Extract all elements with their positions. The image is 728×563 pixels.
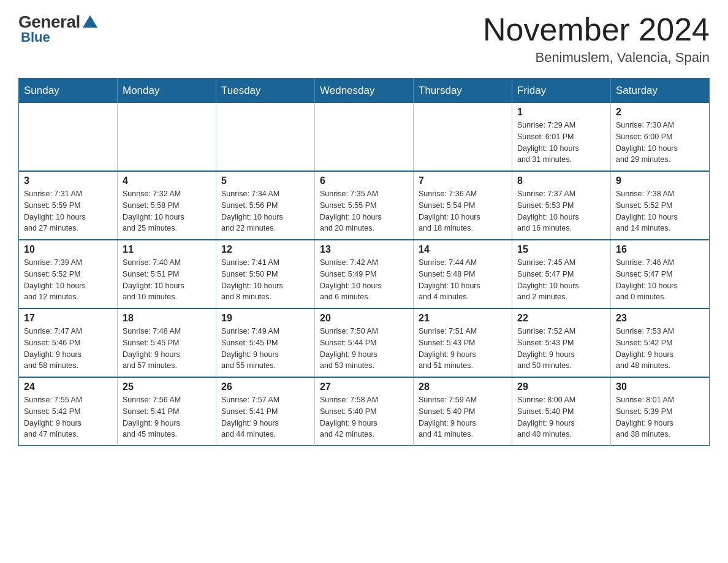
title-section: November 2024 Benimuslem, Valencia, Spai… bbox=[483, 12, 710, 66]
calendar-cell bbox=[315, 103, 414, 171]
calendar-header-saturday: Saturday bbox=[611, 79, 710, 104]
day-info: Sunrise: 7:38 AM Sunset: 5:52 PM Dayligh… bbox=[616, 188, 704, 234]
calendar-cell: 18Sunrise: 7:48 AM Sunset: 5:45 PM Dayli… bbox=[118, 308, 216, 377]
calendar-cell: 30Sunrise: 8:01 AM Sunset: 5:39 PM Dayli… bbox=[611, 377, 710, 446]
calendar-header-tuesday: Tuesday bbox=[216, 79, 315, 104]
calendar-header-sunday: Sunday bbox=[19, 79, 118, 104]
calendar-cell: 25Sunrise: 7:56 AM Sunset: 5:41 PM Dayli… bbox=[118, 377, 216, 446]
calendar-cell: 21Sunrise: 7:51 AM Sunset: 5:43 PM Dayli… bbox=[414, 308, 512, 377]
day-number: 28 bbox=[419, 381, 507, 393]
page-header: General Blue November 2024 Benimuslem, V… bbox=[18, 12, 710, 66]
calendar-cell: 17Sunrise: 7:47 AM Sunset: 5:46 PM Dayli… bbox=[19, 308, 118, 377]
day-number: 14 bbox=[419, 244, 507, 255]
day-number: 1 bbox=[517, 107, 605, 118]
day-info: Sunrise: 7:53 AM Sunset: 5:42 PM Dayligh… bbox=[616, 326, 704, 372]
calendar-cell: 9Sunrise: 7:38 AM Sunset: 5:52 PM Daylig… bbox=[611, 171, 710, 240]
day-info: Sunrise: 7:52 AM Sunset: 5:43 PM Dayligh… bbox=[517, 326, 605, 372]
calendar-cell: 12Sunrise: 7:41 AM Sunset: 5:50 PM Dayli… bbox=[216, 240, 315, 308]
day-info: Sunrise: 7:47 AM Sunset: 5:46 PM Dayligh… bbox=[24, 326, 112, 372]
calendar-header-thursday: Thursday bbox=[414, 79, 512, 104]
calendar-cell: 5Sunrise: 7:34 AM Sunset: 5:56 PM Daylig… bbox=[216, 171, 315, 240]
logo-triangle-icon bbox=[83, 15, 97, 28]
day-number: 8 bbox=[517, 175, 605, 186]
day-info: Sunrise: 7:39 AM Sunset: 5:52 PM Dayligh… bbox=[24, 257, 112, 303]
calendar-week-row: 24Sunrise: 7:55 AM Sunset: 5:42 PM Dayli… bbox=[19, 377, 710, 446]
day-number: 18 bbox=[123, 313, 211, 324]
day-number: 30 bbox=[616, 381, 704, 393]
day-number: 12 bbox=[221, 244, 309, 255]
day-number: 29 bbox=[517, 381, 605, 393]
day-info: Sunrise: 7:32 AM Sunset: 5:58 PM Dayligh… bbox=[123, 188, 211, 234]
day-info: Sunrise: 7:35 AM Sunset: 5:55 PM Dayligh… bbox=[320, 188, 408, 234]
calendar-cell: 4Sunrise: 7:32 AM Sunset: 5:58 PM Daylig… bbox=[118, 171, 216, 240]
day-info: Sunrise: 7:45 AM Sunset: 5:47 PM Dayligh… bbox=[517, 257, 605, 303]
calendar-cell: 29Sunrise: 8:00 AM Sunset: 5:40 PM Dayli… bbox=[512, 377, 611, 446]
day-info: Sunrise: 7:48 AM Sunset: 5:45 PM Dayligh… bbox=[123, 326, 211, 372]
day-info: Sunrise: 7:37 AM Sunset: 5:53 PM Dayligh… bbox=[517, 188, 605, 234]
day-number: 4 bbox=[123, 175, 211, 186]
day-info: Sunrise: 7:58 AM Sunset: 5:40 PM Dayligh… bbox=[320, 394, 408, 440]
day-number: 7 bbox=[419, 175, 507, 186]
calendar-cell: 22Sunrise: 7:52 AM Sunset: 5:43 PM Dayli… bbox=[512, 308, 611, 377]
day-info: Sunrise: 7:44 AM Sunset: 5:48 PM Dayligh… bbox=[419, 257, 507, 303]
day-info: Sunrise: 7:40 AM Sunset: 5:51 PM Dayligh… bbox=[123, 257, 211, 303]
calendar-header-wednesday: Wednesday bbox=[315, 79, 414, 104]
calendar-cell: 16Sunrise: 7:46 AM Sunset: 5:47 PM Dayli… bbox=[611, 240, 710, 308]
calendar-cell: 13Sunrise: 7:42 AM Sunset: 5:49 PM Dayli… bbox=[315, 240, 414, 308]
calendar-cell bbox=[19, 103, 118, 171]
calendar-week-row: 10Sunrise: 7:39 AM Sunset: 5:52 PM Dayli… bbox=[19, 240, 710, 308]
calendar-cell: 23Sunrise: 7:53 AM Sunset: 5:42 PM Dayli… bbox=[611, 308, 710, 377]
day-info: Sunrise: 7:59 AM Sunset: 5:40 PM Dayligh… bbox=[419, 394, 507, 440]
day-info: Sunrise: 7:30 AM Sunset: 6:00 PM Dayligh… bbox=[616, 120, 704, 166]
day-number: 26 bbox=[221, 381, 309, 393]
day-number: 13 bbox=[320, 244, 408, 255]
calendar-cell: 28Sunrise: 7:59 AM Sunset: 5:40 PM Dayli… bbox=[414, 377, 512, 446]
day-number: 22 bbox=[517, 313, 605, 324]
calendar-cell: 14Sunrise: 7:44 AM Sunset: 5:48 PM Dayli… bbox=[414, 240, 512, 308]
day-info: Sunrise: 7:34 AM Sunset: 5:56 PM Dayligh… bbox=[221, 188, 309, 234]
logo-blue-text: Blue bbox=[21, 29, 50, 45]
calendar-cell: 15Sunrise: 7:45 AM Sunset: 5:47 PM Dayli… bbox=[512, 240, 611, 308]
day-number: 3 bbox=[24, 175, 112, 186]
calendar-cell: 20Sunrise: 7:50 AM Sunset: 5:44 PM Dayli… bbox=[315, 308, 414, 377]
day-info: Sunrise: 7:49 AM Sunset: 5:45 PM Dayligh… bbox=[221, 326, 309, 372]
calendar-cell bbox=[414, 103, 512, 171]
day-info: Sunrise: 7:42 AM Sunset: 5:49 PM Dayligh… bbox=[320, 257, 408, 303]
calendar-cell bbox=[118, 103, 216, 171]
day-number: 17 bbox=[24, 313, 112, 324]
calendar-cell: 8Sunrise: 7:37 AM Sunset: 5:53 PM Daylig… bbox=[512, 171, 611, 240]
calendar-cell: 10Sunrise: 7:39 AM Sunset: 5:52 PM Dayli… bbox=[19, 240, 118, 308]
calendar-week-row: 1Sunrise: 7:29 AM Sunset: 6:01 PM Daylig… bbox=[19, 103, 710, 171]
day-number: 6 bbox=[320, 175, 408, 186]
day-number: 10 bbox=[24, 244, 112, 255]
calendar-header-monday: Monday bbox=[118, 79, 216, 104]
calendar-week-row: 17Sunrise: 7:47 AM Sunset: 5:46 PM Dayli… bbox=[19, 308, 710, 377]
logo: General Blue bbox=[18, 12, 97, 45]
day-number: 21 bbox=[419, 313, 507, 324]
calendar-cell bbox=[216, 103, 315, 171]
calendar-header-row: SundayMondayTuesdayWednesdayThursdayFrid… bbox=[19, 79, 710, 104]
calendar-cell: 2Sunrise: 7:30 AM Sunset: 6:00 PM Daylig… bbox=[611, 103, 710, 171]
calendar-cell: 7Sunrise: 7:36 AM Sunset: 5:54 PM Daylig… bbox=[414, 171, 512, 240]
calendar-cell: 11Sunrise: 7:40 AM Sunset: 5:51 PM Dayli… bbox=[118, 240, 216, 308]
day-info: Sunrise: 7:46 AM Sunset: 5:47 PM Dayligh… bbox=[616, 257, 704, 303]
day-info: Sunrise: 7:51 AM Sunset: 5:43 PM Dayligh… bbox=[419, 326, 507, 372]
day-info: Sunrise: 7:36 AM Sunset: 5:54 PM Dayligh… bbox=[419, 188, 507, 234]
day-number: 5 bbox=[221, 175, 309, 186]
calendar-table: SundayMondayTuesdayWednesdayThursdayFrid… bbox=[18, 78, 710, 446]
day-number: 23 bbox=[616, 313, 704, 324]
day-info: Sunrise: 7:56 AM Sunset: 5:41 PM Dayligh… bbox=[123, 394, 211, 440]
month-title: November 2024 bbox=[483, 12, 710, 47]
day-info: Sunrise: 7:29 AM Sunset: 6:01 PM Dayligh… bbox=[517, 120, 605, 166]
day-number: 24 bbox=[24, 381, 112, 393]
location-text: Benimuslem, Valencia, Spain bbox=[483, 50, 710, 66]
day-info: Sunrise: 7:41 AM Sunset: 5:50 PM Dayligh… bbox=[221, 257, 309, 303]
day-info: Sunrise: 7:31 AM Sunset: 5:59 PM Dayligh… bbox=[24, 188, 112, 234]
calendar-header-friday: Friday bbox=[512, 79, 611, 104]
day-number: 15 bbox=[517, 244, 605, 255]
day-number: 27 bbox=[320, 381, 408, 393]
calendar-cell: 26Sunrise: 7:57 AM Sunset: 5:41 PM Dayli… bbox=[216, 377, 315, 446]
day-info: Sunrise: 8:00 AM Sunset: 5:40 PM Dayligh… bbox=[517, 394, 605, 440]
day-number: 11 bbox=[123, 244, 211, 255]
calendar-week-row: 3Sunrise: 7:31 AM Sunset: 5:59 PM Daylig… bbox=[19, 171, 710, 240]
